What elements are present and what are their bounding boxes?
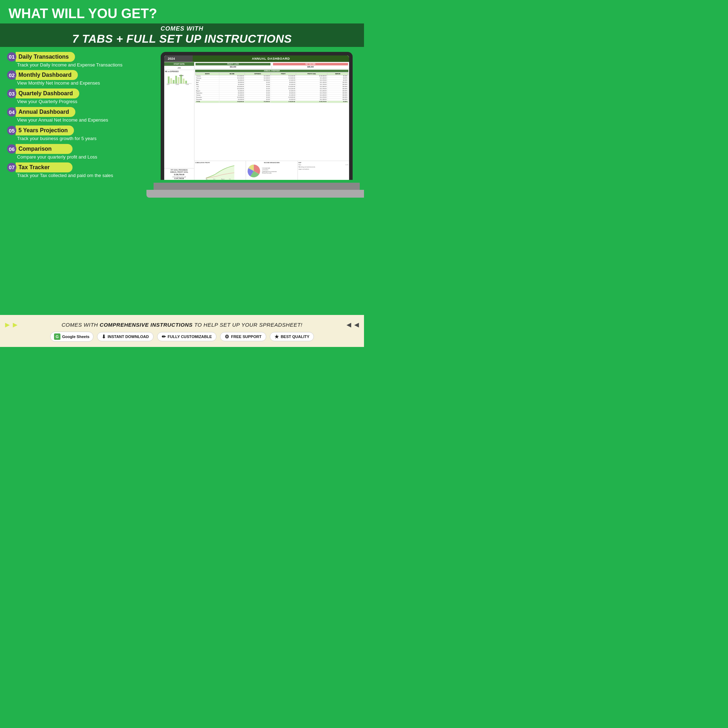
footer-arrows: ►► COMES WITH COMPREHENSIVE INSTRUCTIONS…: [0, 320, 364, 329]
main-content: 01 Daily Transactions Track your Daily I…: [0, 47, 364, 315]
feature-item-06: 06 Comparison Compare your quarterly pro…: [7, 144, 149, 161]
laptop-section: 2024 ANNUAL DASHBOARD START DATE JAN ME …: [153, 52, 361, 313]
feature-desc: View your Quarterly Progress: [17, 99, 149, 105]
ss-ni-value: $98,000: [273, 66, 348, 68]
feature-item-05: 05 5 Years Projection Track your busines…: [7, 125, 149, 142]
ss-ni-label: NET INCOME: [273, 63, 348, 66]
feature-label-row: 01 Daily Transactions: [7, 52, 149, 62]
badge-best-quality: ★ BEST QUALITY: [270, 332, 314, 341]
ss-bar-chart: 5,000 50,000 75,000 98,000: [165, 73, 193, 85]
feature-label: Tax Tracker: [16, 162, 72, 173]
ss-start-date-value: JAN: [164, 66, 194, 70]
ss-exp-title: EXP: [298, 162, 348, 164]
feature-label-row: 05 5 Years Projection: [7, 125, 149, 135]
feature-num: 04: [7, 107, 16, 116]
legend-item: Revenue from sales: [262, 173, 277, 174]
spreadsheet-preview: 2024 ANNUAL DASHBOARD START DATE JAN ME …: [164, 55, 349, 180]
ss-chart-area: ME vs EXPENSES: [164, 70, 194, 168]
badge-instant-download: ⬇ INSTANT DOWNLOAD: [97, 332, 154, 341]
google-sheets-badge[interactable]: G Google Sheets: [50, 332, 93, 342]
ss-bottom-row: CUMULATIVE PROFIT Apr June August Oct: [194, 161, 349, 180]
arrow-right-icon: ◄◄: [345, 320, 361, 329]
svg-rect-7: [183, 78, 185, 84]
ss-pie-legend: Licensing/royaltycommissionsCapital gain…: [262, 167, 277, 174]
feature-desc: Track your Daily Income and Expense Tran…: [17, 62, 149, 68]
feature-num: 03: [7, 89, 16, 98]
svg-text:5,000: 5,000: [167, 84, 170, 85]
footer-message: COMES WITH COMPREHENSIVE INSTRUCTIONS TO…: [61, 322, 303, 328]
feature-num: 06: [7, 144, 16, 154]
sub-line2: 7 TABS + FULL SET UP INSTRUCTIONS: [9, 32, 355, 46]
feature-desc: Track your business growth for 5 years: [17, 136, 149, 142]
edit-icon: ✏: [162, 334, 166, 340]
feature-label: Daily Transactions: [16, 52, 75, 62]
ss-annual-table: MONTHINCOMEEXPENSESPROFITPROFIT GOALMARG…: [195, 72, 348, 103]
laptop-screen-outer: 2024 ANNUAL DASHBOARD START DATE JAN ME …: [161, 52, 353, 180]
ss-profit-goal-box: FIT GOAL PROGRESS ANNUAL PROFIT GOAL $ 2…: [164, 168, 194, 180]
badge-label-4: BEST QUALITY: [281, 335, 310, 339]
ss-income-title: INCOME BREAKDOWN: [247, 162, 297, 164]
footer-section: ►► COMES WITH COMPREHENSIVE INSTRUCTIONS…: [0, 315, 364, 347]
ss-cum-chart: Apr June August Oct: [195, 164, 245, 180]
feature-label-row: 07 Tax Tracker: [7, 162, 149, 173]
ss-exp-item-3: wages and salaries: [298, 168, 348, 170]
ss-net-income-kpi: NET INCOME $98,000: [272, 62, 349, 69]
google-sheets-label: Google Sheets: [62, 335, 90, 339]
svg-rect-8: [185, 81, 187, 84]
ss-header: 2024 ANNUAL DASHBOARD: [164, 55, 349, 62]
feature-label: 5 Years Projection: [16, 125, 74, 135]
svg-text:50,000: 50,000: [176, 84, 179, 85]
ss-chart-title: ME vs EXPENSES: [165, 71, 193, 72]
badge-label-3: FREE SUPPORT: [231, 335, 262, 339]
badge-label-1: INSTANT DOWNLOAD: [108, 335, 149, 339]
feature-item-03: 03 Quartely Dashboard View your Quarterl…: [7, 89, 149, 106]
features-list: 01 Daily Transactions Track your Daily I…: [7, 52, 149, 313]
feature-label-row: 02 Monthly Dashboard: [7, 70, 149, 80]
ss-cum-title: CUMULATIVE PROFIT: [195, 162, 245, 164]
ss-cumulative-profit: CUMULATIVE PROFIT Apr June August Oct: [194, 161, 246, 180]
badge-label-2: FULLY CUSTOMIZABLE: [168, 335, 212, 339]
svg-rect-4: [175, 76, 177, 84]
ss-right-panel: PROFIT / LOSS $92,000 NET INCOME $98,000: [194, 62, 349, 180]
ss-expenses-breakdown: EXP Rent 8.5% Marketing and advertisemen…: [298, 161, 349, 180]
ss-pl-value: $92,000: [196, 66, 271, 68]
svg-text:August: August: [221, 179, 225, 180]
google-sheets-icon: G: [54, 333, 60, 340]
ss-pl-label: PROFIT / LOSS: [196, 63, 271, 66]
svg-text:Oct: Oct: [229, 179, 231, 180]
feature-label: Annual Dashboard: [16, 107, 75, 117]
svg-rect-2: [170, 78, 172, 84]
ss-kpi-row: PROFIT / LOSS $92,000 NET INCOME $98,000: [194, 62, 349, 69]
arrow-left-icon: ►►: [3, 320, 19, 329]
badge-free-support: ⚙ FREE SUPPORT: [220, 332, 266, 341]
laptop-bottom: [147, 190, 364, 198]
feature-desc: Compare your quarterly profit and Loss: [17, 154, 149, 160]
ss-pie-area: Licensing/royaltycommissionsCapital gain…: [247, 164, 297, 178]
feature-desc: View Monthly Net Income and Expenses: [17, 80, 149, 86]
ss-year: 2024: [164, 55, 193, 62]
support-icon: ⚙: [225, 334, 229, 340]
quality-icon: ★: [274, 334, 279, 340]
footer-bold: COMPREHENSIVE INSTRUCTIONS: [99, 322, 192, 328]
laptop-wrapper: 2024 ANNUAL DASHBOARD START DATE JAN ME …: [154, 52, 360, 205]
feature-label: Monthly Dashboard: [16, 70, 78, 80]
feature-label: Comparison: [16, 144, 72, 154]
badge-customizable: ✏ FULLY CUSTOMIZABLE: [157, 332, 217, 341]
main-title: WHAT WILL YOU GET?: [9, 6, 355, 21]
svg-text:Apr: Apr: [206, 179, 208, 180]
download-icon: ⬇: [102, 334, 106, 340]
feature-desc: View your Annual Net Income and Expenses: [17, 117, 149, 123]
sub-line1: COMES WITH: [9, 25, 355, 32]
ss-dashboard-title: ANNUAL DASHBOARD: [193, 55, 349, 62]
footer-badges: G Google Sheets ⬇ INSTANT DOWNLOAD ✏ FUL…: [50, 332, 314, 342]
ss-left-panel: START DATE JAN ME vs EXPENSES: [164, 62, 194, 180]
feature-num: 05: [7, 126, 16, 135]
feature-num: 02: [7, 70, 16, 80]
ss-pie-chart: [247, 164, 261, 178]
table-row: TOTAL$ 98,000.00$ 6,000.00$ 92,000.00$ 2…: [196, 101, 348, 103]
ss-table-area: ANNUAL OVERVIEW MONTHINCOMEEXPENSESPROFI…: [194, 69, 349, 161]
feature-item-02: 02 Monthly Dashboard View Monthly Net In…: [7, 70, 149, 87]
ss-left-amount: $ 147,700.00: [165, 178, 193, 179]
features-container: 01 Daily Transactions Track your Daily I…: [7, 52, 149, 181]
feature-label-row: 03 Quartely Dashboard: [7, 89, 149, 98]
